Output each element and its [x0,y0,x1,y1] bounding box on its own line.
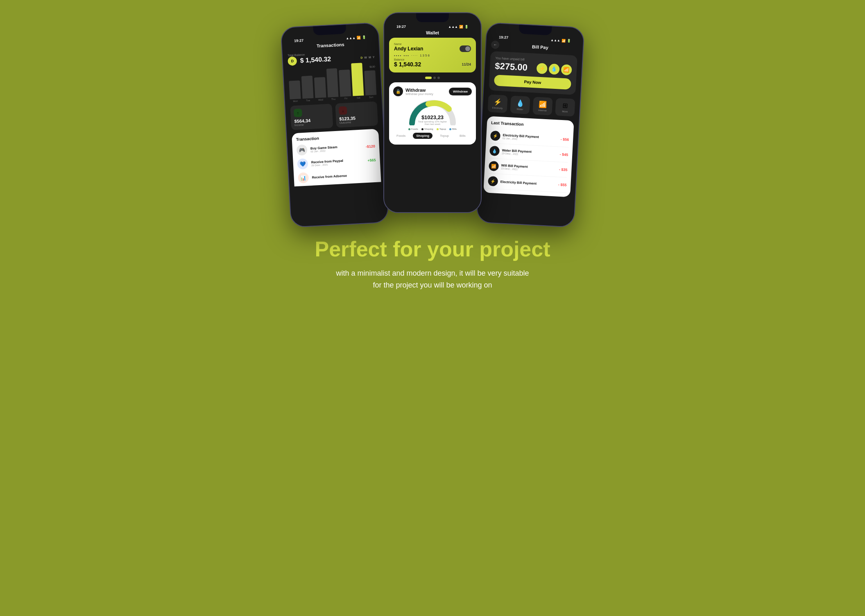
gauge-chart: $1023,23 Total spending 10% higher than … [393,99,472,125]
status-bar-2: 19:27 ▲▲▲ 📶 🔋 [389,13,476,30]
bill-tx-icon-elec2: ⚡ [488,176,498,186]
withdraw-section: 🔒 Withdraw Withdraw your money Withdraw [389,82,476,145]
period-w[interactable]: W [364,56,367,59]
income-card: ↑ $564,34 Income [290,104,333,130]
phone-transactions: 19:27 ▲▲▲ 📶 🔋 Transactions Total Balance… [280,22,389,228]
card-name: Andy Lexian [394,45,471,52]
withdraw-title: Withdraw [405,88,433,93]
withdraw-icon: 🔒 [393,86,403,96]
subtitle-2: for the project you will be working on [315,279,550,291]
subtitle-1: with a minimalist and modern design, it … [315,267,550,279]
table-row: 🎮 Buy Game Steam 02 Jan , 2022 -$120 [296,141,375,156]
withdraw-button[interactable]: Withdraw [449,88,472,95]
main-heading: Perfect for your project [315,238,550,261]
water-icon: 💧 [512,99,528,108]
screen-title-2: Wallet [389,30,476,35]
last-transaction-section: Last Transaction ⚡ Electricity Bill Paym… [483,116,574,197]
phone-bill-pay: 19:27 ▲▲▲ 📶 🔋 ← Bill Pay You have unpaid… [476,22,584,228]
gauge-label: Total spending 10% higher than last week [416,120,449,125]
cat-water[interactable]: 💧 Water [510,95,530,114]
card-balance-label: Balance [394,58,471,61]
tx-icon-adsense: 📊 [298,172,309,183]
tab-foods[interactable]: Foods [393,133,409,139]
gauge-amount: $1023,23 [416,114,449,120]
bar-chart: $130 Mon Tue Wed Thu Fri Sat Sun [288,66,377,103]
card-name-label: Name [394,43,471,45]
bill-categories: ⚡ Electricity 💧 Water 📶 Internet ⊞ More [487,95,575,117]
tab-topup[interactable]: Topup [437,133,452,139]
tx-info-adsense: Receive from Adsense [312,172,376,179]
time-3: 19:27 [499,35,509,40]
io-cards: ↑ $564,34 Income ↓ $123,35 Outcome [290,101,378,130]
period-d[interactable]: D [360,56,362,59]
dots-indicator [389,77,476,79]
withdraw-subtitle: Withdraw your money [405,93,433,95]
tab-shoping[interactable]: Shoping [413,133,432,139]
back-button[interactable]: ← [491,41,500,49]
transaction-section-title: Transaction [296,133,374,142]
tx-info-paypal: Receive from Paypal 29 Desc , 2021 [311,158,365,167]
bill-tx-icon-wifi: 📶 [489,161,499,171]
tx-info-steam: Buy Game Steam 02 Jan , 2022 [310,144,363,153]
card-balance: $ 1,540.32 11/24 [394,61,471,68]
water-badge: 💧 [548,63,559,75]
cat-more[interactable]: ⊞ More [555,98,575,116]
unpaid-bill-card: You have unpaid bill $275.00 ⚡ 💧 📶 Pay N… [489,51,577,95]
phones-showcase: 19:27 ▲▲▲ 📶 🔋 Transactions Total Balance… [285,16,580,217]
period-m[interactable]: M [369,56,371,59]
transaction-section-1: Transaction 🎮 Buy Game Steam 02 Jan , 20… [292,129,381,186]
period-y[interactable]: Y [373,55,375,58]
transaction-tabs[interactable]: Foods Shoping Topup Bills [393,133,472,139]
chart-legend: Foods Shoping Topup Bills [393,128,472,130]
bill-tx-icon-elec1: ⚡ [490,131,500,141]
period-selector[interactable]: D W M Y [360,55,375,59]
table-row: 💙 Receive from Paypal 29 Desc , 2021 +$6… [297,155,376,170]
outcome-icon: ↓ [339,106,347,115]
screen-title-3: Bill Pay [503,43,578,52]
tab-bills[interactable]: Bills [456,133,469,139]
income-icon: ↑ [294,109,302,117]
tx-icon-steam: 🎮 [296,145,307,156]
time-1: 19:27 [294,38,304,43]
footer-section: Perfect for your project with a minimali… [298,238,566,291]
cat-internet[interactable]: 📶 Internet [532,97,553,115]
time-2: 19:27 [396,25,406,29]
outcome-card: ↓ $123,35 Outcome [335,101,378,127]
table-row: 📊 Receive from Adsense [298,169,377,183]
tx-icon-paypal: 💙 [297,159,308,170]
electricity-icon: ⚡ [489,98,506,106]
avatar: D [288,57,297,66]
electricity-badge: ⚡ [537,63,548,74]
wallet-card: Name Andy Lexian •••• ••• ···· 1356 Bala… [389,38,476,72]
card-toggle[interactable] [460,45,471,52]
bill-tx-icon-water: 💧 [489,146,500,156]
cat-electricity[interactable]: ⚡ Electricity [487,95,507,113]
card-number: •••• ••• ···· 1356 [394,54,471,57]
more-icon: ⊞ [557,101,573,110]
phone-wallet: 19:27 ▲▲▲ 📶 🔋 Wallet Name Andy Lexian ••… [383,12,482,213]
internet-icon: 📶 [534,100,551,109]
wifi-badge: 📶 [561,64,572,75]
last-tx-title: Last Transaction [491,120,570,129]
pay-now-button[interactable]: Pay Now [494,75,571,90]
